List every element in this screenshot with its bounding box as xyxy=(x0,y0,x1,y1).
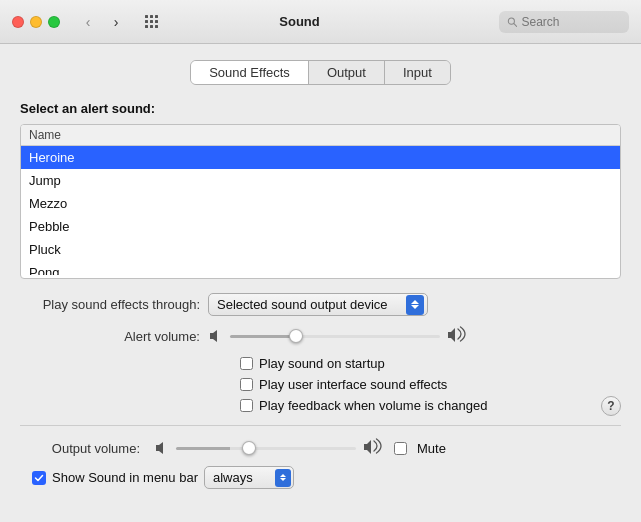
play-through-select-wrapper: Selected sound output device Internal Sp… xyxy=(208,293,428,316)
minimize-button[interactable] xyxy=(30,16,42,28)
search-input[interactable] xyxy=(521,15,621,29)
play-through-label: Play sound effects through: xyxy=(20,297,200,312)
tabs: Sound Effects Output Input xyxy=(20,60,621,85)
sound-item-jump[interactable]: Jump xyxy=(21,169,620,192)
back-button[interactable]: ‹ xyxy=(76,12,100,32)
checkmark-icon xyxy=(34,473,44,483)
alert-volume-label: Alert volume: xyxy=(20,329,200,344)
titlebar: ‹ › Sound xyxy=(0,0,641,44)
menubar-label: Show Sound in menu bar xyxy=(52,470,198,485)
tab-sound-effects[interactable]: Sound Effects xyxy=(191,61,309,84)
startup-checkbox[interactable] xyxy=(240,357,253,370)
sound-item-pluck[interactable]: Pluck xyxy=(21,238,620,261)
output-volume-label: Output volume: xyxy=(20,441,140,456)
sound-list[interactable]: Heroine Jump Mezzo Pebble Pluck Pong xyxy=(21,146,620,275)
tab-output[interactable]: Output xyxy=(309,61,385,84)
volume-high-icon xyxy=(446,326,466,346)
menubar-row: Show Sound in menu bar always when activ… xyxy=(32,466,621,489)
sound-item-heroine[interactable]: Heroine xyxy=(21,146,620,169)
play-through-row: Play sound effects through: Selected sou… xyxy=(20,293,621,316)
sound-item-pong[interactable]: Pong xyxy=(21,261,620,275)
controls: Play sound effects through: Selected sou… xyxy=(20,293,621,413)
checkbox-startup-row: Play sound on startup xyxy=(240,356,621,371)
window-title: Sound xyxy=(108,14,491,29)
main-content: Sound Effects Output Input Select an ale… xyxy=(0,44,641,501)
mute-label[interactable]: Mute xyxy=(417,441,446,456)
alert-volume-slider[interactable] xyxy=(230,335,440,338)
tab-input[interactable]: Input xyxy=(385,61,450,84)
svg-line-10 xyxy=(514,23,517,26)
output-volume-row: Output volume: Mute xyxy=(20,438,621,458)
feedback-checkbox[interactable] xyxy=(240,399,253,412)
sound-item-mezzo[interactable]: Mezzo xyxy=(21,192,620,215)
menubar-checkbox[interactable] xyxy=(32,471,46,485)
output-volume-slider[interactable] xyxy=(176,447,356,450)
sound-list-container: Name Heroine Jump Mezzo Pebble Pluck Pon… xyxy=(20,124,621,279)
search-box[interactable] xyxy=(499,11,629,33)
search-icon xyxy=(507,16,517,28)
checkbox-ui-row: Play user interface sound effects xyxy=(240,377,621,392)
startup-label[interactable]: Play sound on startup xyxy=(259,356,385,371)
traffic-lights xyxy=(12,16,60,28)
help-button[interactable]: ? xyxy=(601,396,621,416)
alert-volume-row: Alert volume: xyxy=(20,326,621,346)
menubar-select-wrapper: always when active never xyxy=(204,466,294,489)
sound-list-header: Name xyxy=(21,125,620,146)
maximize-button[interactable] xyxy=(48,16,60,28)
volume-low-icon xyxy=(208,328,224,345)
checkbox-feedback-row: Play feedback when volume is changed ? xyxy=(240,398,621,413)
sound-item-pebble[interactable]: Pebble xyxy=(21,215,620,238)
ui-checkbox[interactable] xyxy=(240,378,253,391)
menubar-select[interactable]: always when active never xyxy=(204,466,294,489)
close-button[interactable] xyxy=(12,16,24,28)
bottom-section: Output volume: Mute xyxy=(20,438,621,489)
tab-group: Sound Effects Output Input xyxy=(190,60,451,85)
alert-volume-controls xyxy=(208,326,466,346)
section-title: Select an alert sound: xyxy=(20,101,621,116)
mute-checkbox[interactable] xyxy=(394,442,407,455)
feedback-label[interactable]: Play feedback when volume is changed xyxy=(259,398,487,413)
play-through-select[interactable]: Selected sound output device Internal Sp… xyxy=(208,293,428,316)
output-volume-low-icon xyxy=(154,440,170,457)
svg-point-9 xyxy=(508,18,514,24)
output-volume-high-icon xyxy=(362,438,382,458)
divider xyxy=(20,425,621,426)
ui-label[interactable]: Play user interface sound effects xyxy=(259,377,447,392)
